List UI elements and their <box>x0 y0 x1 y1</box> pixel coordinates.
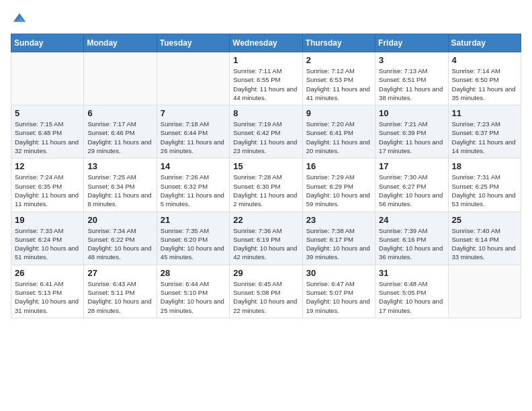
calendar-cell: 18Sunrise: 7:31 AM Sunset: 6:25 PM Dayli… <box>448 158 521 212</box>
calendar-cell: 9Sunrise: 7:20 AM Sunset: 6:41 PM Daylig… <box>302 105 375 158</box>
day-number: 14 <box>161 161 226 171</box>
day-info: Sunrise: 7:13 AM Sunset: 6:51 PM Dayligh… <box>379 66 444 102</box>
day-of-week-header: Thursday <box>302 34 375 52</box>
day-number: 17 <box>379 161 444 171</box>
day-info: Sunrise: 7:34 AM Sunset: 6:22 PM Dayligh… <box>87 226 152 262</box>
calendar-cell <box>448 265 521 318</box>
calendar-cell: 21Sunrise: 7:35 AM Sunset: 6:20 PM Dayli… <box>157 212 229 265</box>
calendar-cell: 5Sunrise: 7:15 AM Sunset: 6:48 PM Daylig… <box>11 105 84 158</box>
day-info: Sunrise: 7:15 AM Sunset: 6:48 PM Dayligh… <box>15 120 80 155</box>
calendar-cell: 22Sunrise: 7:36 AM Sunset: 6:19 PM Dayli… <box>230 212 302 265</box>
day-info: Sunrise: 6:43 AM Sunset: 5:11 PM Dayligh… <box>87 279 152 315</box>
day-number: 6 <box>87 108 152 118</box>
day-info: Sunrise: 7:23 AM Sunset: 6:37 PM Dayligh… <box>452 120 517 155</box>
calendar-cell <box>84 52 157 105</box>
calendar-cell: 1Sunrise: 7:11 AM Sunset: 6:55 PM Daylig… <box>230 52 302 105</box>
logo <box>11 11 27 26</box>
logo-icon <box>12 11 27 26</box>
calendar-cell: 24Sunrise: 7:39 AM Sunset: 6:16 PM Dayli… <box>375 212 448 265</box>
day-info: Sunrise: 6:48 AM Sunset: 5:05 PM Dayligh… <box>379 279 444 315</box>
calendar-table: SundayMondayTuesdayWednesdayThursdayFrid… <box>11 34 521 318</box>
day-number: 11 <box>452 108 517 118</box>
day-number: 7 <box>161 108 226 118</box>
day-of-week-header: Tuesday <box>157 34 229 52</box>
day-number: 9 <box>306 108 371 118</box>
day-info: Sunrise: 7:35 AM Sunset: 6:20 PM Dayligh… <box>161 226 226 262</box>
day-number: 30 <box>306 268 371 278</box>
calendar-cell <box>157 52 229 105</box>
calendar-cell: 2Sunrise: 7:12 AM Sunset: 6:53 PM Daylig… <box>302 52 375 105</box>
day-number: 19 <box>15 215 80 225</box>
calendar-cell: 26Sunrise: 6:41 AM Sunset: 5:13 PM Dayli… <box>11 265 84 318</box>
calendar-cell: 12Sunrise: 7:24 AM Sunset: 6:35 PM Dayli… <box>11 158 84 212</box>
day-info: Sunrise: 7:25 AM Sunset: 6:34 PM Dayligh… <box>87 173 152 208</box>
day-info: Sunrise: 6:45 AM Sunset: 5:08 PM Dayligh… <box>233 279 298 315</box>
day-number: 23 <box>306 215 371 225</box>
day-number: 13 <box>87 161 152 171</box>
day-info: Sunrise: 7:24 AM Sunset: 6:35 PM Dayligh… <box>15 173 80 208</box>
day-number: 21 <box>161 215 226 225</box>
calendar-header-row: SundayMondayTuesdayWednesdayThursdayFrid… <box>11 34 521 52</box>
calendar-cell: 25Sunrise: 7:40 AM Sunset: 6:14 PM Dayli… <box>448 212 521 265</box>
day-number: 26 <box>15 268 80 278</box>
calendar-cell <box>11 52 84 105</box>
calendar-cell: 17Sunrise: 7:30 AM Sunset: 6:27 PM Dayli… <box>375 158 448 212</box>
calendar-cell: 14Sunrise: 7:26 AM Sunset: 6:32 PM Dayli… <box>157 158 229 212</box>
calendar-cell: 27Sunrise: 6:43 AM Sunset: 5:11 PM Dayli… <box>84 265 157 318</box>
day-of-week-header: Monday <box>84 34 157 52</box>
calendar-cell: 11Sunrise: 7:23 AM Sunset: 6:37 PM Dayli… <box>448 105 521 158</box>
day-number: 10 <box>379 108 444 118</box>
day-info: Sunrise: 7:17 AM Sunset: 6:46 PM Dayligh… <box>87 120 152 155</box>
calendar-cell: 23Sunrise: 7:38 AM Sunset: 6:17 PM Dayli… <box>302 212 375 265</box>
day-of-week-header: Friday <box>375 34 448 52</box>
day-number: 1 <box>233 55 298 65</box>
calendar-cell: 20Sunrise: 7:34 AM Sunset: 6:22 PM Dayli… <box>84 212 157 265</box>
day-of-week-header: Sunday <box>11 34 84 52</box>
day-info: Sunrise: 7:30 AM Sunset: 6:27 PM Dayligh… <box>379 173 444 208</box>
calendar-week-row: 19Sunrise: 7:33 AM Sunset: 6:24 PM Dayli… <box>11 212 521 265</box>
day-info: Sunrise: 7:36 AM Sunset: 6:19 PM Dayligh… <box>233 226 298 262</box>
day-number: 4 <box>452 55 517 65</box>
calendar-cell: 8Sunrise: 7:19 AM Sunset: 6:42 PM Daylig… <box>230 105 302 158</box>
day-number: 27 <box>87 268 152 278</box>
day-of-week-header: Wednesday <box>230 34 302 52</box>
day-info: Sunrise: 7:26 AM Sunset: 6:32 PM Dayligh… <box>161 173 226 208</box>
calendar-week-row: 26Sunrise: 6:41 AM Sunset: 5:13 PM Dayli… <box>11 265 521 318</box>
day-number: 24 <box>379 215 444 225</box>
day-number: 18 <box>452 161 517 171</box>
page-header <box>11 11 521 26</box>
day-info: Sunrise: 7:28 AM Sunset: 6:30 PM Dayligh… <box>233 173 298 208</box>
day-info: Sunrise: 7:39 AM Sunset: 6:16 PM Dayligh… <box>379 226 444 262</box>
day-info: Sunrise: 7:38 AM Sunset: 6:17 PM Dayligh… <box>306 226 371 262</box>
day-number: 31 <box>379 268 444 278</box>
day-info: Sunrise: 7:33 AM Sunset: 6:24 PM Dayligh… <box>15 226 80 262</box>
day-number: 15 <box>233 161 298 171</box>
day-number: 3 <box>379 55 444 65</box>
day-number: 28 <box>161 268 226 278</box>
day-info: Sunrise: 6:41 AM Sunset: 5:13 PM Dayligh… <box>15 279 80 315</box>
calendar-cell: 4Sunrise: 7:14 AM Sunset: 6:50 PM Daylig… <box>448 52 521 105</box>
day-info: Sunrise: 7:21 AM Sunset: 6:39 PM Dayligh… <box>379 120 444 155</box>
calendar-cell: 16Sunrise: 7:29 AM Sunset: 6:29 PM Dayli… <box>302 158 375 212</box>
day-number: 5 <box>15 108 80 118</box>
day-info: Sunrise: 7:11 AM Sunset: 6:55 PM Dayligh… <box>233 66 298 102</box>
day-of-week-header: Saturday <box>448 34 521 52</box>
calendar-week-row: 12Sunrise: 7:24 AM Sunset: 6:35 PM Dayli… <box>11 158 521 212</box>
calendar-cell: 30Sunrise: 6:47 AM Sunset: 5:07 PM Dayli… <box>302 265 375 318</box>
day-info: Sunrise: 7:31 AM Sunset: 6:25 PM Dayligh… <box>452 173 517 208</box>
calendar-cell: 29Sunrise: 6:45 AM Sunset: 5:08 PM Dayli… <box>230 265 302 318</box>
day-number: 29 <box>233 268 298 278</box>
day-info: Sunrise: 7:40 AM Sunset: 6:14 PM Dayligh… <box>452 226 517 262</box>
calendar-cell: 13Sunrise: 7:25 AM Sunset: 6:34 PM Dayli… <box>84 158 157 212</box>
day-number: 8 <box>233 108 298 118</box>
calendar-cell: 19Sunrise: 7:33 AM Sunset: 6:24 PM Dayli… <box>11 212 84 265</box>
day-info: Sunrise: 7:19 AM Sunset: 6:42 PM Dayligh… <box>233 120 298 155</box>
day-info: Sunrise: 7:18 AM Sunset: 6:44 PM Dayligh… <box>161 120 226 155</box>
calendar-cell: 6Sunrise: 7:17 AM Sunset: 6:46 PM Daylig… <box>84 105 157 158</box>
day-number: 25 <box>452 215 517 225</box>
calendar-cell: 7Sunrise: 7:18 AM Sunset: 6:44 PM Daylig… <box>157 105 229 158</box>
day-number: 20 <box>87 215 152 225</box>
day-info: Sunrise: 7:29 AM Sunset: 6:29 PM Dayligh… <box>306 173 371 208</box>
day-number: 2 <box>306 55 371 65</box>
calendar-cell: 10Sunrise: 7:21 AM Sunset: 6:39 PM Dayli… <box>375 105 448 158</box>
